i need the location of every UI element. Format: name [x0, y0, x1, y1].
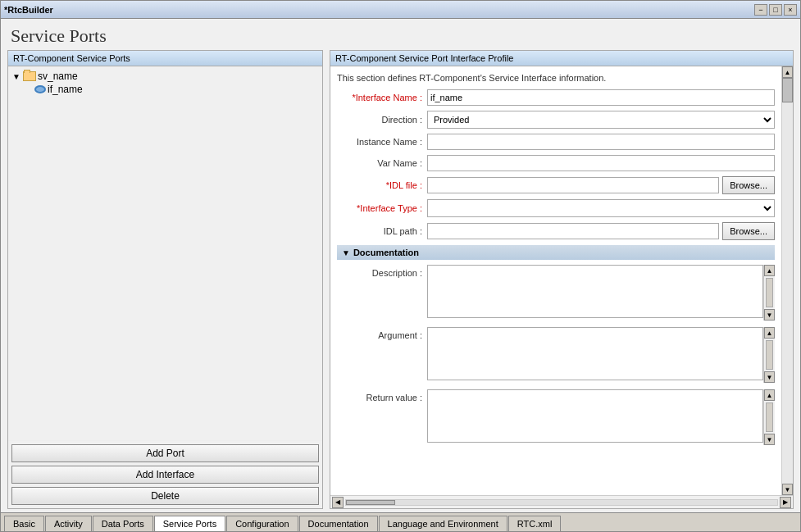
delete-button[interactable]: Delete — [11, 487, 319, 505]
left-buttons: Add Port Add Interface Delete — [8, 440, 322, 508]
interface-type-select[interactable] — [427, 199, 775, 217]
argument-row: Argument : ▲ ▼ — [337, 327, 775, 383]
bottom-spacer — [337, 452, 775, 476]
direction-select[interactable]: Provided Required — [427, 111, 775, 129]
idl-path-row: IDL path : Browse... — [337, 222, 775, 240]
description-textarea-wrap: ▲ ▼ — [427, 265, 775, 321]
idl-path-browse-button[interactable]: Browse... — [722, 222, 775, 240]
scroll-thumb — [766, 278, 773, 307]
instance-name-row: Instance Name : — [337, 134, 775, 150]
root-node-label: sv_name — [38, 70, 78, 82]
return-value-textarea[interactable] — [427, 389, 763, 443]
argument-textarea-wrap: ▲ ▼ — [427, 327, 775, 383]
hscroll-track — [345, 499, 778, 506]
interface-name-label: *Interface Name : — [337, 93, 427, 102]
return-value-textarea-wrap: ▲ ▼ — [427, 389, 775, 445]
section-arrow-icon: ▼ — [342, 248, 350, 257]
right-panel-scrollbar: ▲ ▼ — [781, 66, 793, 495]
tab-activity[interactable]: Activity — [45, 516, 92, 531]
right-panel-wrapper: This section defines RT-Component's Serv… — [330, 66, 793, 495]
scroll-down-arrow-2[interactable]: ▼ — [764, 371, 775, 383]
description-scrollbar: ▲ ▼ — [763, 265, 775, 321]
vscroll-thumb[interactable] — [782, 78, 793, 102]
direction-row: Direction : Provided Required — [337, 111, 775, 129]
return-value-scrollbar: ▲ ▼ — [763, 389, 775, 445]
direction-label: Direction : — [337, 115, 427, 125]
documentation-section-title: Documentation — [353, 248, 419, 257]
tab-data-ports[interactable]: Data Ports — [93, 516, 153, 531]
hscroll-right-arrow[interactable]: ▶ — [780, 497, 791, 508]
idl-file-row: *IDL file : Browse... — [337, 176, 775, 194]
vscroll-up-arrow[interactable]: ▲ — [782, 66, 793, 78]
add-port-button[interactable]: Add Port — [11, 444, 319, 462]
interface-name-input[interactable] — [427, 89, 775, 106]
scroll-down-arrow-3[interactable]: ▼ — [764, 434, 775, 445]
tab-service-ports[interactable]: Service Ports — [154, 516, 225, 531]
close-button[interactable]: × — [784, 4, 797, 16]
interface-type-label: *Interface Type : — [337, 203, 427, 213]
window-title: *RtcBuilder — [4, 5, 754, 15]
scroll-up-arrow-2[interactable]: ▲ — [764, 327, 775, 339]
expand-icon: ▼ — [11, 71, 21, 81]
tab-rtcxml[interactable]: RTC.xml — [508, 516, 562, 531]
tab-basic[interactable]: Basic — [4, 516, 44, 531]
tree-container: ▼ sv_name if_name — [8, 66, 322, 440]
interface-type-row: *Interface Type : — [337, 199, 775, 217]
tree-and-buttons: ▼ sv_name if_name — [8, 66, 322, 440]
right-panel-content: This section defines RT-Component's Serv… — [330, 66, 781, 495]
var-name-row: Var Name : — [337, 155, 775, 171]
content-area: RT-Component Service Ports ▼ sv_name if_… — [1, 50, 800, 531]
argument-textarea[interactable] — [427, 327, 763, 380]
var-name-label: Var Name : — [337, 158, 427, 168]
title-bar: *RtcBuilder − □ × — [1, 1, 800, 19]
maximize-button[interactable]: □ — [769, 4, 782, 16]
title-bar-buttons: − □ × — [754, 4, 797, 16]
info-text: This section defines RT-Component's Serv… — [337, 73, 775, 83]
description-textarea[interactable] — [427, 265, 763, 318]
instance-name-label: Instance Name : — [337, 137, 427, 147]
vscroll-track — [782, 78, 793, 484]
main-window: *RtcBuilder − □ × Service Ports RT-Compo… — [0, 0, 801, 532]
idl-file-input[interactable] — [427, 177, 719, 193]
scroll-up-arrow-3[interactable]: ▲ — [764, 389, 775, 401]
hscroll-thumb[interactable] — [346, 500, 395, 505]
description-row: Description : ▲ ▼ — [337, 265, 775, 321]
tab-language-and-environment[interactable]: Language and Environment — [379, 516, 507, 531]
interface-name-row: *Interface Name : — [337, 89, 775, 106]
idl-file-browse-button[interactable]: Browse... — [722, 176, 775, 194]
tree-root-node[interactable]: ▼ sv_name — [11, 70, 319, 83]
idl-file-label: *IDL file : — [337, 180, 427, 190]
main-panels: RT-Component Service Ports ▼ sv_name if_… — [1, 50, 800, 512]
idl-path-label: IDL path : — [337, 226, 427, 236]
right-panel-header: RT-Component Service Port Interface Prof… — [330, 51, 793, 66]
scroll-thumb-2 — [766, 340, 773, 370]
scroll-thumb-3 — [766, 402, 773, 432]
minimize-button[interactable]: − — [754, 4, 767, 16]
tab-documentation[interactable]: Documentation — [299, 516, 378, 531]
return-value-label: Return value : — [337, 389, 427, 402]
scroll-down-arrow[interactable]: ▼ — [764, 309, 775, 321]
child-node-label: if_name — [48, 84, 83, 95]
horiz-scroll-bar: ◀ ▶ — [330, 495, 793, 508]
hscroll-left-arrow[interactable]: ◀ — [332, 497, 344, 508]
return-value-row: Return value : ▲ ▼ — [337, 389, 775, 445]
idl-path-input[interactable] — [427, 223, 719, 239]
documentation-section-header[interactable]: ▼ Documentation — [337, 245, 775, 260]
right-panel: RT-Component Service Port Interface Prof… — [330, 50, 794, 509]
interface-icon — [34, 85, 46, 93]
var-name-input[interactable] — [427, 155, 775, 171]
description-label: Description : — [337, 265, 427, 278]
tabs-bar: Basic Activity Data Ports Service Ports … — [1, 512, 800, 531]
page-title: Service Ports — [1, 19, 800, 50]
child-node[interactable]: if_name — [34, 83, 319, 96]
folder-icon — [23, 71, 36, 81]
instance-name-input[interactable] — [427, 134, 775, 150]
add-interface-button[interactable]: Add Interface — [11, 466, 319, 484]
vscroll-down-arrow[interactable]: ▼ — [782, 484, 793, 495]
tab-configuration[interactable]: Configuration — [226, 516, 298, 531]
argument-scrollbar: ▲ ▼ — [763, 327, 775, 383]
scroll-up-arrow[interactable]: ▲ — [764, 265, 775, 276]
left-panel-header: RT-Component Service Ports — [8, 51, 322, 66]
left-panel: RT-Component Service Ports ▼ sv_name if_… — [7, 50, 323, 509]
argument-label: Argument : — [337, 327, 427, 340]
